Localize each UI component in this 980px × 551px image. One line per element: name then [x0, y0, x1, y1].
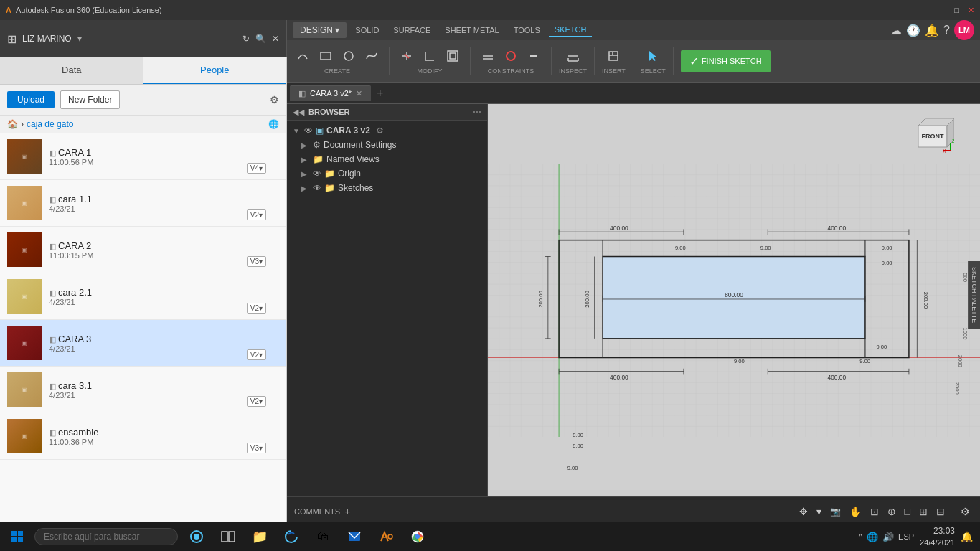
tree-origin[interactable]: ▶ 👁 📁 Origin — [287, 166, 487, 181]
arc-tool[interactable] — [293, 47, 313, 65]
panel-close-icon[interactable]: ✕ — [272, 34, 279, 44]
user-avatar[interactable]: LM — [954, 20, 974, 40]
taskbar-app-store[interactable]: 🛍 — [310, 524, 336, 550]
constraint-tool-2[interactable] — [501, 47, 521, 65]
browser-options-icon[interactable]: ⋯ — [473, 107, 481, 117]
version-badge[interactable]: V2▾ — [247, 303, 266, 314]
file-item[interactable]: ▣ ◧ cara 3.1 4/23/21 V2▾ — [0, 367, 286, 413]
taskbar-app-edge[interactable] — [278, 524, 304, 550]
tab-data[interactable]: Data — [0, 57, 143, 84]
new-tab-button[interactable]: + — [372, 87, 387, 100]
taskbar-app-explorer[interactable]: 📁 — [247, 524, 273, 550]
sketch-palette-toggle[interactable]: SKETCH PALETTE — [968, 261, 980, 329]
insert-tool[interactable] — [603, 47, 623, 65]
taskbar-app-mail[interactable] — [341, 524, 367, 550]
file-item[interactable]: ▣ ◧ cara 2.1 4/23/21 V2▾ — [0, 273, 286, 320]
view-cube[interactable]: FRONT Z X — [911, 111, 954, 154]
user-chevron[interactable]: ▾ — [77, 34, 82, 44]
start-button[interactable] — [0, 522, 34, 551]
finish-sketch-button[interactable]: ✓ FINISH SKETCH — [681, 50, 771, 72]
sketches-eye-icon[interactable]: 👁 — [313, 183, 321, 193]
ribbon-tab-sheetmetal[interactable]: SHEET METAL — [439, 24, 504, 37]
taskbar-app-chrome[interactable] — [405, 524, 430, 550]
root-expand-icon[interactable]: ▼ — [293, 127, 301, 135]
ribbon-tab-tools[interactable]: TOOLS — [508, 24, 546, 37]
tray-arrow[interactable]: ^ — [859, 532, 862, 541]
taskbar-app-taskview[interactable] — [215, 524, 241, 550]
breadcrumb-folder[interactable]: caja de gato — [27, 119, 73, 129]
version-badge[interactable]: V2▾ — [247, 396, 266, 407]
fillet-tool[interactable] — [420, 47, 440, 65]
spline-tool[interactable] — [362, 47, 382, 65]
pan-tool-btn[interactable]: ✥ — [796, 504, 811, 519]
zoom-fit-btn[interactable]: ⊡ — [867, 504, 882, 519]
ribbon-tab-sketch[interactable]: SKETCH — [549, 23, 593, 37]
grid-btn[interactable]: ⊞ — [916, 504, 930, 519]
zoom-sel-btn[interactable]: ⊕ — [885, 504, 899, 519]
refresh-icon[interactable]: ↻ — [242, 34, 250, 44]
file-item[interactable]: ▣ ◧ CARA 3 4/23/21 V2▾ — [0, 320, 286, 367]
tab-close-icon[interactable]: ✕ — [356, 89, 362, 98]
file-item[interactable]: ▣ ◧ cara 1.1 4/23/21 V2▾ — [0, 180, 286, 227]
design-button[interactable]: DESIGN ▾ — [293, 22, 347, 38]
constraint-tool-1[interactable] — [478, 47, 498, 65]
file-item[interactable]: ▣ ◧ ensamble 11:00:36 PM V3▾ — [0, 413, 286, 460]
constraint-tool-3[interactable] — [524, 47, 544, 65]
globe-icon[interactable]: 🌐 — [268, 119, 279, 129]
doc-expand-icon[interactable]: ▶ — [301, 141, 310, 149]
upload-button[interactable]: Upload — [7, 91, 55, 108]
taskbar-clock[interactable]: 23:03 24/4/2021 — [920, 525, 955, 548]
camera-tool-btn[interactable]: 📷 — [827, 505, 844, 518]
browser-collapse-icon[interactable]: ◀◀ — [293, 108, 304, 117]
dimension-tool[interactable] — [563, 47, 583, 65]
offset-tool[interactable] — [443, 47, 463, 65]
tray-volume-icon[interactable]: 🔊 — [882, 532, 894, 542]
ribbon-icon-clock[interactable]: 🕐 — [906, 24, 920, 37]
home-icon[interactable]: 🏠 — [7, 119, 18, 129]
circle-tool[interactable] — [339, 47, 359, 65]
trim-tool[interactable] — [397, 47, 417, 65]
more-btn[interactable]: ⊟ — [933, 504, 948, 519]
origin-eye-icon[interactable]: 👁 — [313, 169, 321, 179]
tab-people[interactable]: People — [143, 57, 287, 84]
taskbar-app-fusion[interactable] — [373, 524, 399, 550]
eye-icon[interactable]: 👁 — [304, 126, 313, 136]
file-item[interactable]: ▣ ◧ CARA 1 11:00:56 PM V4▾ — [0, 133, 286, 180]
settings-gear-btn[interactable]: ⚙ — [958, 504, 973, 519]
file-item[interactable]: ▣ ◧ CARA 2 11:03:15 PM V3▾ — [0, 227, 286, 273]
search-icon[interactable]: 🔍 — [255, 34, 266, 44]
rect-tool[interactable] — [316, 47, 336, 65]
ribbon-icon-cloud[interactable]: ☁ — [890, 24, 902, 37]
version-badge[interactable]: V2▾ — [247, 209, 266, 220]
minimize-button[interactable]: — — [938, 6, 946, 15]
sketches-expand-icon[interactable]: ▶ — [301, 184, 310, 192]
tree-root[interactable]: ▼ 👁 ▣ CARA 3 v2 ⚙ — [287, 123, 487, 138]
version-badge[interactable]: V2▾ — [247, 349, 266, 360]
views-expand-icon[interactable]: ▶ — [301, 156, 310, 164]
root-gear-icon[interactable]: ⚙ — [376, 126, 384, 136]
tree-document-settings[interactable]: ▶ ⚙ Document Settings — [287, 138, 487, 152]
notification-icon[interactable]: 🔔 — [961, 531, 973, 542]
tray-language[interactable]: ESP — [898, 532, 914, 541]
dropdown-tool-btn[interactable]: ▾ — [814, 504, 824, 519]
settings-icon[interactable]: ⚙ — [270, 94, 279, 105]
display-mode-btn[interactable]: □ — [902, 504, 913, 519]
version-badge[interactable]: V4▾ — [247, 163, 266, 174]
add-comment-icon[interactable]: + — [344, 506, 350, 517]
tree-named-views[interactable]: ▶ 📁 Named Views — [287, 152, 487, 166]
ribbon-tab-solid[interactable]: SOLID — [349, 24, 385, 37]
new-folder-button[interactable]: New Folder — [60, 90, 120, 109]
select-tool[interactable] — [643, 47, 663, 65]
ribbon-icon-bell[interactable]: 🔔 — [925, 24, 939, 37]
apps-grid-icon[interactable]: ⊞ — [7, 32, 17, 46]
version-badge[interactable]: V3▾ — [247, 256, 266, 267]
tree-sketches[interactable]: ▶ 👁 📁 Sketches — [287, 181, 487, 195]
ribbon-tab-surface[interactable]: SURFACE — [387, 24, 436, 37]
version-badge[interactable]: V3▾ — [247, 443, 266, 453]
origin-expand-icon[interactable]: ▶ — [301, 170, 310, 178]
doc-tab-cara3[interactable]: ◧ CARA 3 v2* ✕ — [290, 85, 371, 101]
tray-network-icon[interactable]: 🌐 — [867, 532, 878, 542]
sketch-canvas[interactable]: 400.00 400.00 400.00 400.00 — [488, 104, 980, 496]
close-button[interactable]: ✕ — [968, 6, 974, 15]
taskbar-search-input[interactable] — [34, 528, 178, 545]
